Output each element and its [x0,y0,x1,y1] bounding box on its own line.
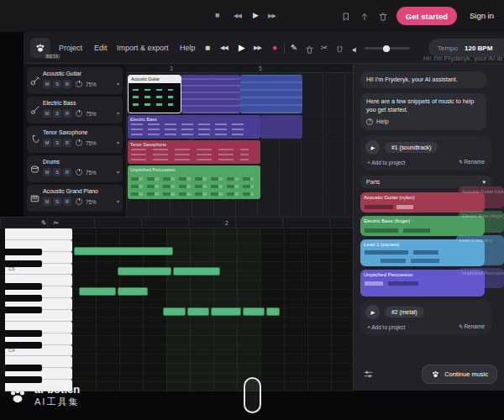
clip-acoustic-guitar[interactable]: Acoustic Guitar [128,75,181,113]
part-chip-lead-1[interactable]: Lead 1 (square) [360,239,485,266]
pencil-icon[interactable]: ✎ [291,43,297,52]
track-acoustic-grand-piano[interactable]: Acoustic Grand Piano M S R 75% ▾ [27,185,123,212]
piano-key-black[interactable] [5,307,42,313]
record-arm-button[interactable]: R [63,80,71,88]
clip-electric-bass-tail[interactable] [260,115,302,139]
mute-button[interactable]: M [43,139,51,147]
piano-grid[interactable] [72,228,353,391]
piano-key-black[interactable] [5,342,42,349]
midi-note[interactable] [243,307,265,316]
volume-slider[interactable] [365,47,410,50]
sign-in-link[interactable]: Sign in [470,11,494,20]
volume-knob[interactable] [76,198,82,205]
piano-key-black[interactable] [5,330,42,337]
piano-roll-ruler[interactable]: ✎ ✂ 2 [0,218,353,228]
volume-knob[interactable] [76,81,82,87]
rewind-transport-icon[interactable]: ◀◀ [220,45,228,51]
part-chip-acoustic-guitar[interactable]: Acoustic Guitar (nylon) [360,192,485,213]
solo-button[interactable]: S [53,80,61,88]
pencil-icon[interactable]: ✎ [40,219,46,227]
volume-slider-knob[interactable] [383,45,390,52]
forward-transport-icon[interactable]: ▶▶ [254,45,261,51]
track-drums[interactable]: Drums M S R 75% ▾ [27,155,123,182]
midi-note[interactable] [79,287,116,296]
midi-note[interactable] [173,267,220,276]
piano-key-black[interactable] [5,283,42,290]
sliders-icon[interactable] [360,367,375,382]
volume-knob[interactable] [76,139,82,146]
record-arm-button[interactable]: R [63,109,71,118]
piano-key-black[interactable] [5,249,42,255]
piano-key-white[interactable] [5,228,72,240]
piano-key-black[interactable] [5,376,42,383]
midi-note[interactable] [187,307,209,316]
part-chip-unpitched-percussion[interactable]: Unpitched Percussion [360,270,485,297]
parts-toggle[interactable]: Parts ▾ [360,176,491,188]
clip-unpitched-percussion[interactable]: Unpitched Percussion [128,165,260,199]
mute-button[interactable]: M [43,109,51,118]
track-caret-icon[interactable]: ▾ [117,139,119,145]
play-transport-icon[interactable]: ▶ [239,43,245,52]
solo-button[interactable]: S [53,168,61,176]
track-caret-icon[interactable]: ▾ [117,110,119,116]
record-arm-button[interactable]: R [63,139,71,147]
snippet-play-button[interactable]: ▶ [365,305,380,319]
midi-note[interactable] [118,287,148,296]
pin-icon[interactable] [341,10,351,25]
scissors-icon[interactable]: ✂ [321,43,328,52]
track-electric-bass[interactable]: Electric Bass M S R 75% ▾ [27,97,123,123]
rewind-icon[interactable]: ◀◀ [234,13,241,19]
menu-project[interactable]: Project [59,44,82,52]
midi-note[interactable] [118,267,171,276]
help-link[interactable]: ? Help [366,118,480,126]
add-to-project-button[interactable]: + Add to project [367,324,405,330]
clip-purple-region[interactable] [181,75,240,113]
get-started-button[interactable]: Get started [396,7,457,25]
delete-icon[interactable] [305,43,314,58]
track-caret-icon[interactable]: ▾ [117,81,119,87]
midi-note[interactable] [163,307,186,316]
rename-button[interactable]: ✎ Rename [458,323,485,330]
trash-icon[interactable] [378,10,388,25]
stop-transport-icon[interactable]: ■ [205,43,210,52]
midi-note[interactable] [211,307,241,316]
forward-icon[interactable]: ▶▶ [268,13,276,19]
scissors-icon[interactable]: ✂ [53,219,59,227]
part-chip-electric-bass[interactable]: Electric Bass (finger) [360,216,485,236]
volume-knob[interactable] [76,110,82,117]
share-icon[interactable] [360,10,370,25]
volume-knob[interactable] [76,169,82,176]
menu-help[interactable]: Help [180,44,196,52]
midi-note[interactable] [266,307,280,316]
track-acoustic-guitar[interactable]: Acoustic Guitar M S R 75% ▾ [27,67,123,94]
midi-note[interactable] [74,247,173,255]
track-caret-icon[interactable]: ▾ [117,198,119,204]
solo-button[interactable]: S [53,109,61,118]
stop-icon[interactable]: ■ [215,11,219,19]
piano-key-black[interactable] [5,295,42,302]
piano-key-black[interactable] [5,365,42,371]
track-tenor-saxophone[interactable]: Tenor Saxophone M S R 75% ▾ [27,126,123,153]
solo-button[interactable]: S [53,139,61,147]
clip-electric-bass[interactable]: Electric Bass [128,115,260,139]
mute-button[interactable]: M [43,197,51,206]
record-arm-button[interactable]: R [63,197,71,206]
record-icon[interactable]: ● [272,43,277,52]
arrangement-timeline[interactable]: 3 5 Acoustic Guitar Electric Bass Tenor … [126,64,353,217]
volume-icon[interactable] [351,43,360,58]
magnet-icon[interactable] [335,43,344,58]
continue-music-button[interactable]: Continue music [422,365,497,384]
track-caret-icon[interactable]: ▾ [117,169,119,175]
piano-key-black[interactable] [5,260,42,267]
mute-button[interactable]: M [43,80,51,88]
clip-tenor-saxophone[interactable]: Tenor Saxophone [128,140,260,164]
menu-import-export[interactable]: Import & export [117,44,169,52]
solo-button[interactable]: S [53,197,61,206]
piano-roll[interactable]: ✎ ✂ 2 C5C4 [0,217,353,391]
mute-button[interactable]: M [43,168,51,176]
record-arm-button[interactable]: R [63,168,71,176]
clip-indigo-region[interactable] [240,75,302,113]
timeline-ruler[interactable]: 3 5 [126,64,353,73]
menu-edit[interactable]: Edit [94,44,108,52]
rename-button[interactable]: ✎ Rename [458,159,485,165]
